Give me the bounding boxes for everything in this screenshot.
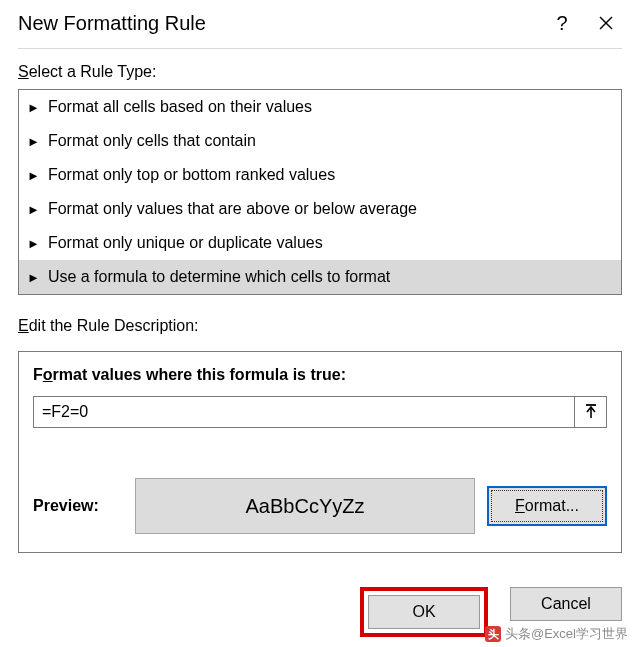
rule-type-item-label: Use a formula to determine which cells t… — [48, 268, 390, 286]
cancel-button[interactable]: Cancel — [510, 587, 622, 621]
formula-condition-label: Format values where this formula is true… — [33, 366, 607, 384]
close-icon — [598, 15, 614, 31]
rule-type-item[interactable]: ► Format only values that are above or b… — [19, 192, 621, 226]
watermark: 头 头条@Excel学习世界 — [485, 625, 628, 643]
separator — [18, 48, 622, 49]
help-button[interactable]: ? — [540, 7, 584, 39]
bullet-icon: ► — [27, 135, 40, 148]
rule-type-item-label: Format only values that are above or bel… — [48, 200, 417, 218]
format-button[interactable]: Format... — [487, 486, 607, 526]
bullet-icon: ► — [27, 101, 40, 114]
dialog-title: New Formatting Rule — [18, 12, 540, 35]
titlebar: New Formatting Rule ? — [0, 0, 640, 44]
rule-type-item[interactable]: ► Format only unique or duplicate values — [19, 226, 621, 260]
preview-label: Preview: — [33, 497, 123, 515]
rule-type-item[interactable]: ► Format only cells that contain — [19, 124, 621, 158]
rule-type-item[interactable]: ► Format only top or bottom ranked value… — [19, 158, 621, 192]
ok-highlight: OK — [360, 587, 488, 637]
rule-type-item-label: Format only top or bottom ranked values — [48, 166, 335, 184]
close-button[interactable] — [584, 7, 628, 39]
bullet-icon: ► — [27, 271, 40, 284]
bullet-icon: ► — [27, 169, 40, 182]
bullet-icon: ► — [27, 237, 40, 250]
preview-box: AaBbCcYyZz — [135, 478, 475, 534]
watermark-icon: 头 — [485, 626, 501, 642]
rule-type-list[interactable]: ► Format all cells based on their values… — [18, 89, 622, 295]
rule-type-item-label: Format only cells that contain — [48, 132, 256, 150]
formula-input[interactable] — [33, 396, 575, 428]
ok-button[interactable]: OK — [368, 595, 480, 629]
rule-type-item-selected[interactable]: ► Use a formula to determine which cells… — [19, 260, 621, 294]
watermark-text: 头条@Excel学习世界 — [505, 625, 628, 643]
edit-rule-group: Format values where this formula is true… — [18, 351, 622, 553]
rule-type-item-label: Format only unique or duplicate values — [48, 234, 323, 252]
collapse-dialog-button[interactable] — [575, 396, 607, 428]
collapse-icon — [584, 404, 598, 420]
preview-sample-text: AaBbCcYyZz — [246, 495, 365, 518]
rule-type-item[interactable]: ► Format all cells based on their values — [19, 90, 621, 124]
new-formatting-rule-dialog: New Formatting Rule ? Select a Rule Type… — [0, 0, 640, 647]
bullet-icon: ► — [27, 203, 40, 216]
select-rule-type-label: Select a Rule Type: — [18, 63, 622, 81]
edit-rule-description-label: Edit the Rule Description: — [18, 317, 622, 335]
rule-type-item-label: Format all cells based on their values — [48, 98, 312, 116]
